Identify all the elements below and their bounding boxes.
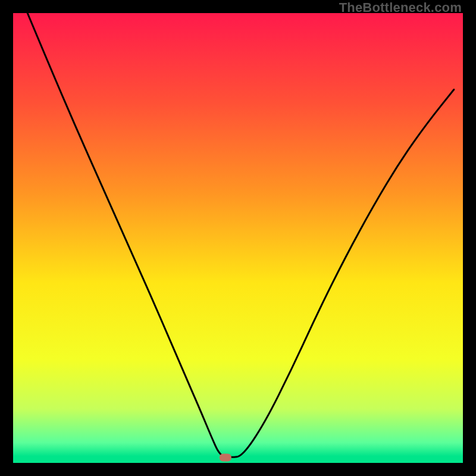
- chart-frame: [13, 13, 463, 463]
- watermark-text: TheBottleneck.com: [339, 0, 462, 15]
- bottleneck-chart: [13, 13, 463, 463]
- optimal-point-marker: [220, 453, 231, 461]
- gradient-background: [13, 13, 463, 463]
